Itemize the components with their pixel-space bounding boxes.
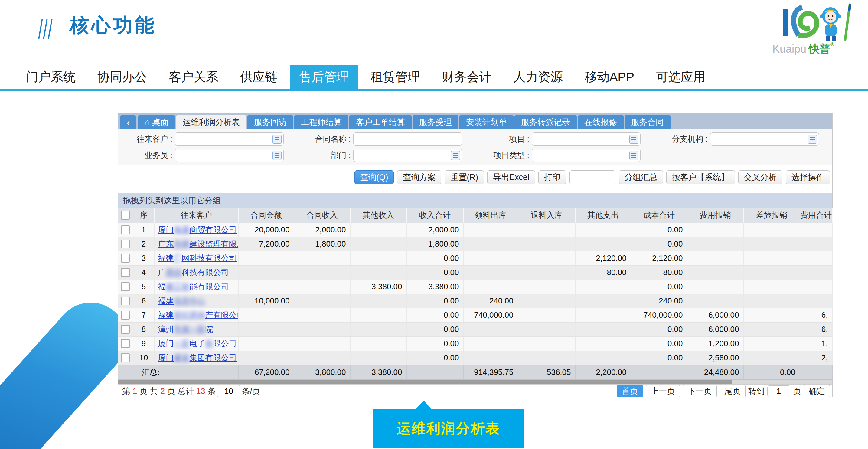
customer-link[interactable]: 广东华师建设监理有限... — [158, 239, 239, 248]
filter-input[interactable] — [175, 132, 284, 146]
row-checkbox[interactable] — [121, 254, 130, 263]
customer-link[interactable]: 福建广网科技有限公司 — [158, 253, 237, 263]
pager-button-3[interactable]: 下一页 — [683, 385, 717, 397]
nav-item-6[interactable]: 租赁管理 — [362, 65, 429, 89]
tab-2[interactable]: 运维利润分析表 — [176, 115, 247, 129]
list-picker-icon[interactable] — [629, 134, 639, 144]
row-checkbox[interactable] — [121, 226, 130, 234]
tab-10[interactable]: 服务合同 — [624, 115, 671, 129]
filter-input[interactable] — [353, 132, 462, 146]
column-header-8[interactable]: 退料入库 — [518, 208, 575, 223]
nav-item-7[interactable]: 财务会计 — [433, 65, 500, 89]
page-size-input[interactable] — [217, 385, 241, 397]
row-checkbox[interactable] — [121, 325, 130, 334]
row-checkbox[interactable] — [121, 311, 130, 320]
nav-item-1[interactable]: 门户系统 — [17, 65, 85, 89]
nav-item-4[interactable]: 供应链 — [231, 65, 286, 89]
nav-item-10[interactable]: 可选应用 — [647, 65, 715, 89]
column-header-1[interactable]: 序 — [133, 208, 154, 223]
toolbar-button-3[interactable]: 重置(R) — [444, 170, 484, 184]
filter-input[interactable] — [710, 132, 819, 146]
column-header-13[interactable]: 费用合计 — [800, 208, 832, 223]
customer-link[interactable]: 福建工智能有限公司 — [158, 282, 229, 291]
list-picker-icon[interactable] — [451, 151, 460, 160]
confirm-button[interactable]: 确定 — [804, 385, 830, 397]
value-cell-10 — [743, 251, 800, 265]
list-picker-icon[interactable] — [273, 134, 282, 144]
back-chevron-button[interactable]: ‹ — [120, 115, 136, 129]
customer-link[interactable]: 厦门海晟商贸有限公司 — [158, 225, 237, 234]
value-cell-8: 0.00 — [631, 336, 687, 351]
list-picker-icon[interactable] — [273, 151, 282, 160]
filter-input-field[interactable] — [356, 149, 448, 161]
pager-button-1[interactable]: 首页 — [617, 385, 643, 397]
column-header-5[interactable]: 其他收入 — [350, 208, 406, 223]
nav-item-3[interactable]: 客户关系 — [160, 65, 227, 89]
toolbar-button-10[interactable]: 选择操作 — [786, 170, 830, 184]
row-checkbox[interactable] — [121, 297, 130, 305]
horizontal-scrollbar[interactable] — [118, 380, 832, 384]
nav-item-5[interactable]: 售后管理 — [290, 65, 358, 89]
filter-input[interactable] — [175, 149, 284, 162]
nav-item-2[interactable]: 协同办公 — [88, 65, 156, 89]
tab-9[interactable]: 在线报修 — [578, 115, 624, 129]
value-cell-1 — [238, 322, 294, 336]
list-picker-icon[interactable] — [808, 134, 817, 144]
toolbar-button-2[interactable]: 查询方案 — [397, 170, 441, 184]
customer-link[interactable]: 厦门一宏电子有限公司 — [158, 339, 237, 348]
tab-4[interactable]: 工程师结算 — [294, 115, 348, 129]
scrollbar-thumb[interactable] — [118, 380, 732, 384]
filter-input-field[interactable] — [534, 133, 626, 145]
filter-input[interactable] — [353, 149, 462, 162]
tab-label: 服务转派记录 — [521, 117, 570, 128]
customer-link[interactable]: 广西信科技有限公司 — [158, 268, 229, 277]
group-drop-zone[interactable]: 拖拽列头到这里以用它分组 — [118, 193, 832, 208]
filter-input-field[interactable] — [178, 133, 270, 145]
tab-8[interactable]: 服务转派记录 — [515, 115, 577, 129]
tab-1[interactable]: ⌂桌面 — [138, 115, 175, 129]
filter-input[interactable] — [532, 149, 641, 162]
column-header-11[interactable]: 费用报销 — [687, 208, 743, 223]
empty-input-box[interactable] — [569, 170, 616, 184]
column-header-10[interactable]: 成本合计 — [631, 208, 687, 223]
customer-link[interactable]: 福建世纪房地产有限公司 — [158, 310, 239, 320]
nav-item-9[interactable]: 移动APP — [576, 65, 643, 89]
customer-link[interactable]: 厦门建发集团有限公司 — [158, 353, 237, 362]
column-header-12[interactable]: 差旅报销 — [743, 208, 800, 223]
tab-5[interactable]: 客户工单结算 — [349, 115, 412, 129]
toolbar-button-5[interactable]: 打印 — [538, 170, 566, 184]
column-header-2[interactable]: 往来客户 — [154, 208, 238, 223]
toolbar-button-8[interactable]: 按客户【系统】 — [666, 170, 735, 184]
toolbar-button-7[interactable]: 分组汇总 — [619, 170, 663, 184]
toolbar-button-9[interactable]: 交叉分析 — [738, 170, 782, 184]
column-header-6[interactable]: 收入合计 — [406, 208, 463, 223]
select-all-checkbox[interactable] — [121, 211, 130, 220]
column-header-4[interactable]: 合同收入 — [294, 208, 350, 223]
filter-input-field[interactable] — [534, 149, 626, 161]
column-header-7[interactable]: 领料出库 — [463, 208, 518, 223]
filter-input-field[interactable] — [713, 133, 805, 145]
list-picker-icon[interactable] — [629, 151, 639, 160]
value-cell-8: 0.00 — [631, 351, 687, 365]
row-checkbox[interactable] — [121, 268, 130, 277]
customer-link[interactable]: 福建信息中心 — [158, 296, 205, 305]
toolbar-button-1[interactable]: 查询(Q) — [354, 170, 394, 184]
row-checkbox[interactable] — [121, 240, 130, 248]
pager-button-4[interactable]: 尾页 — [719, 385, 745, 397]
filter-input-field[interactable] — [178, 149, 270, 161]
column-header-3[interactable]: 合同金额 — [238, 208, 294, 223]
row-checkbox[interactable] — [121, 339, 130, 348]
goto-page-input[interactable] — [767, 386, 790, 397]
filter-input-field[interactable] — [356, 133, 448, 145]
tab-7[interactable]: 安装计划单 — [459, 115, 514, 129]
tab-3[interactable]: 服务回访 — [247, 115, 293, 129]
toolbar-button-4[interactable]: 导出Excel — [487, 170, 535, 184]
tab-6[interactable]: 服务受理 — [412, 115, 459, 129]
pager-button-2[interactable]: 上一页 — [646, 385, 680, 397]
customer-link[interactable]: 漳州市第一医院 — [158, 325, 213, 334]
nav-item-8[interactable]: 人力资源 — [504, 65, 572, 89]
row-checkbox[interactable] — [121, 282, 130, 291]
filter-input[interactable] — [532, 132, 641, 146]
column-header-9[interactable]: 其他支出 — [575, 208, 631, 223]
row-checkbox[interactable] — [121, 353, 130, 362]
